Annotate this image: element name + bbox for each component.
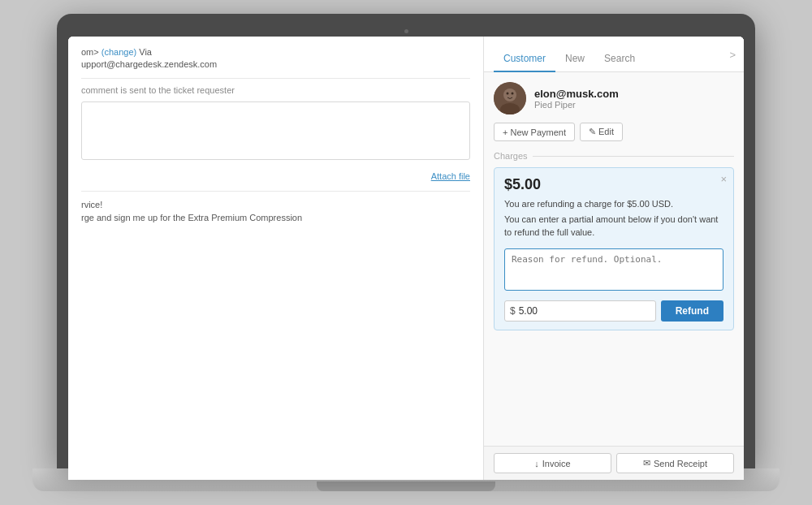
charges-label: Charges xyxy=(494,151,734,161)
send-receipt-label: Send Receipt xyxy=(654,459,707,468)
header-prefix: om> xyxy=(81,47,102,57)
send-receipt-button[interactable]: ✉ Send Receipt xyxy=(616,453,734,473)
customer-actions: + New Payment ✎ Edit xyxy=(494,123,734,141)
avatar xyxy=(494,82,526,114)
message-line2: rge and sign me up for the Extra Premium… xyxy=(81,213,470,222)
laptop-stand xyxy=(317,481,495,491)
refund-row: $ Refund xyxy=(504,300,723,322)
comment-textarea[interactable] xyxy=(81,101,470,160)
support-email: upport@chargedesk.zendesk.com xyxy=(81,59,217,69)
customer-info: elon@musk.com Pied Piper xyxy=(494,82,734,114)
refund-box: × $5.00 You are refunding a charge for $… xyxy=(494,167,734,330)
refund-button[interactable]: Refund xyxy=(661,300,723,322)
invoice-label: Invoice xyxy=(542,459,571,468)
tab-new[interactable]: New xyxy=(555,45,594,72)
change-link[interactable]: (change) xyxy=(102,47,136,57)
edit-button[interactable]: ✎ Edit xyxy=(580,123,623,141)
left-panel: om> (change) Via upport@chargedesk.zende… xyxy=(68,37,484,480)
currency-symbol: $ xyxy=(510,305,516,317)
note-text: comment is sent to the ticket requester xyxy=(81,85,470,95)
refund-reason-textarea[interactable] xyxy=(504,248,723,291)
customer-email: elon@musk.com xyxy=(534,88,734,100)
camera-dot xyxy=(404,29,408,33)
screen-top-bar xyxy=(68,25,744,37)
attach-file-link[interactable]: Attach file xyxy=(431,171,470,181)
customer-company: Pied Piper xyxy=(534,100,734,110)
divider-1 xyxy=(81,78,470,79)
attach-file-row: Attach file xyxy=(81,168,470,183)
tab-arrow[interactable]: > xyxy=(729,48,736,60)
right-panel-body: elon@musk.com Pied Piper + New Payment ✎… xyxy=(484,72,744,446)
laptop-screen: om> (change) Via upport@chargedesk.zende… xyxy=(68,37,744,480)
svg-point-1 xyxy=(503,88,516,101)
customer-details: elon@musk.com Pied Piper xyxy=(534,88,734,110)
tabs-bar: Customer New Search > xyxy=(484,37,744,72)
invoice-button[interactable]: ↓ Invoice xyxy=(494,453,611,473)
invoice-icon: ↓ xyxy=(534,459,539,468)
divider-2 xyxy=(81,191,470,192)
new-payment-button[interactable]: + New Payment xyxy=(494,123,575,141)
refund-close-button[interactable]: × xyxy=(720,173,727,185)
refund-amount-input[interactable] xyxy=(519,301,650,321)
bottom-actions: ↓ Invoice ✉ Send Receipt xyxy=(484,446,744,480)
refund-amount-input-wrap: $ xyxy=(504,300,656,322)
tab-customer[interactable]: Customer xyxy=(494,45,555,72)
avatar-svg xyxy=(494,82,526,114)
refund-desc-2: You can enter a partial amount below if … xyxy=(504,214,723,239)
message-line1: rvice! xyxy=(81,200,470,209)
laptop-outer: om> (change) Via upport@chargedesk.zende… xyxy=(57,14,755,468)
refund-desc-1: You are refunding a charge for $5.00 USD… xyxy=(504,198,723,210)
screen-content: om> (change) Via upport@chargedesk.zende… xyxy=(68,37,744,480)
avatar-face xyxy=(494,82,526,114)
svg-point-4 xyxy=(512,93,514,95)
refund-amount: $5.00 xyxy=(504,176,723,193)
via-text: Via xyxy=(136,47,152,57)
tab-search[interactable]: Search xyxy=(594,45,645,72)
svg-point-3 xyxy=(507,93,509,95)
left-panel-header: om> (change) Via upport@chargedesk.zende… xyxy=(81,46,470,71)
send-receipt-icon: ✉ xyxy=(643,458,650,468)
right-panel: Customer New Search > xyxy=(484,37,744,480)
